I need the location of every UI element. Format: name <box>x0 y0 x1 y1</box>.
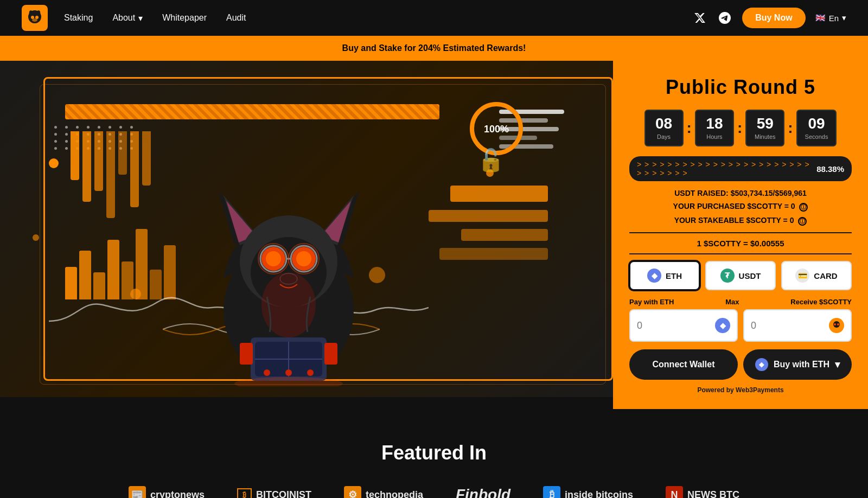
card-tab[interactable]: 💳 CARD <box>781 261 852 290</box>
svg-text:100%: 100% <box>484 124 509 135</box>
orb-decoration <box>33 234 39 241</box>
newsbtc-icon: N <box>666 486 683 498</box>
featured-section: Featured In 📰 cryptonews ₿ BITCOINIST ⚙ … <box>0 409 868 498</box>
connect-wallet-button[interactable]: Connect Wallet <box>629 349 738 380</box>
featured-technopedia: ⚙ technopedia <box>344 486 423 498</box>
language-selector[interactable]: 🇬🇧 En ▾ <box>815 13 846 23</box>
receive-label: Receive $SCOTTY <box>790 298 852 306</box>
promo-banner: Buy and Stake for 204% Estimated Rewards… <box>0 36 868 61</box>
featured-cryptonews: 📰 cryptonews <box>129 486 205 498</box>
stakeable-info-icon[interactable]: ⓘ <box>798 217 807 226</box>
presale-panel: Public Round 5 08 Days : 18 Hours : 59 M… <box>613 61 868 409</box>
countdown-hours: 18 Hours <box>695 110 734 146</box>
input-labels: Pay with ETH Max Receive $SCOTTY <box>629 298 852 306</box>
brand-logo[interactable] <box>22 5 48 31</box>
usdt-raised-row: USDT RAISED: $503,734.15/$569,961 <box>629 189 852 197</box>
progress-percentage: 88.38% <box>816 164 844 174</box>
nav-whitepaper[interactable]: Whitepaper <box>162 13 207 23</box>
scotty-input-icon <box>829 318 844 333</box>
buy-eth-button[interactable]: ◆ Buy with ETH ▾ <box>743 349 852 380</box>
inputs-row: ◆ <box>629 309 852 342</box>
purchased-row: YOUR PURCHASED $SCOTTY = 0 ⓘ <box>629 202 852 212</box>
buy-now-button[interactable]: Buy Now <box>742 8 805 28</box>
hero-section: 100% 🔓 <box>0 61 868 409</box>
featured-newsbtc: N NEWS BTC <box>666 486 739 498</box>
x-social-icon[interactable] <box>692 10 707 25</box>
featured-title: Featured In <box>22 442 846 464</box>
cryptonews-icon: 📰 <box>129 486 146 498</box>
svg-point-4 <box>31 16 34 19</box>
eth-tab[interactable]: ◆ ETH <box>629 261 700 290</box>
eth-button-icon: ◆ <box>755 358 768 371</box>
progress-bar: > > > > > > > > > > > > > > > > > > > > … <box>629 156 852 181</box>
countdown-minutes: 59 Minutes <box>745 110 784 146</box>
panel-title: Public Round 5 <box>629 76 852 99</box>
nav-about[interactable]: About ▾ <box>112 13 143 23</box>
orange-rect-4 <box>439 248 548 260</box>
usdt-tab-icon: ₮ <box>720 269 735 283</box>
nav-links: Staking About ▾ Whitepaper Audit <box>64 13 692 23</box>
powered-by: Powered by Web3Payments <box>629 386 852 394</box>
featured-logos: 📰 cryptonews ₿ BITCOINIST ⚙ technopedia … <box>22 486 846 498</box>
countdown-days: 08 Days <box>644 110 684 146</box>
stakeable-row: YOUR STAKEABLE $SCOTTY = 0 ⓘ <box>629 216 852 226</box>
featured-finbold: Finbold <box>456 486 510 498</box>
eth-tab-icon: ◆ <box>647 269 661 283</box>
currency-tabs: ◆ ETH ₮ USDT 💳 CARD <box>629 261 852 290</box>
svg-point-6 <box>32 18 37 22</box>
purchased-info-icon[interactable]: ⓘ <box>799 203 808 212</box>
lock-icon: 🔓 <box>477 148 505 173</box>
nav-right: Buy Now 🇬🇧 En ▾ <box>692 8 846 28</box>
orb-decoration <box>369 267 385 283</box>
pay-label: Pay with ETH <box>629 298 674 306</box>
action-buttons: Connect Wallet ◆ Buy with ETH ▾ <box>629 349 852 380</box>
telegram-icon[interactable] <box>717 10 732 25</box>
technopedia-icon: ⚙ <box>344 486 361 498</box>
vertical-bars <box>71 131 151 218</box>
orange-rect-2 <box>429 210 548 222</box>
insidebitcoins-icon: ₿ <box>543 486 560 498</box>
usdt-tab[interactable]: ₮ USDT <box>705 261 776 290</box>
svg-point-42 <box>834 323 836 325</box>
receive-input-field <box>743 309 852 342</box>
lang-chevron-icon: ▾ <box>842 13 846 23</box>
orb-decoration <box>49 158 59 168</box>
featured-bitcoinist: ₿ BITCOINIST <box>237 488 311 498</box>
svg-point-43 <box>837 323 839 325</box>
nav-staking[interactable]: Staking <box>64 13 93 23</box>
countdown-seconds: 09 Seconds <box>796 110 837 146</box>
countdown-timer: 08 Days : 18 Hours : 59 Minutes : 09 Sec… <box>629 110 852 146</box>
max-label[interactable]: Max <box>725 298 739 306</box>
buy-chevron-icon: ▾ <box>835 359 840 371</box>
dna-wave <box>163 316 380 343</box>
pay-input[interactable] <box>637 320 711 331</box>
navigation: Staking About ▾ Whitepaper Audit Buy Now… <box>0 0 868 36</box>
orange-rect-3 <box>461 229 548 241</box>
orange-rect-1 <box>450 186 548 202</box>
eth-input-icon: ◆ <box>715 318 730 333</box>
chevron-down-icon: ▾ <box>138 13 143 23</box>
pay-input-field: ◆ <box>629 309 738 342</box>
flag-icon: 🇬🇧 <box>815 13 826 23</box>
striped-bar <box>65 104 439 119</box>
svg-point-5 <box>35 16 39 19</box>
receive-input[interactable] <box>751 320 825 331</box>
price-row: 1 $SCOTTY = $0.00555 <box>629 232 852 254</box>
featured-insidebitcoins: ₿ inside bitcoins <box>543 486 633 498</box>
card-tab-icon: 💳 <box>795 269 809 283</box>
hero-illustration: 100% 🔓 <box>0 61 613 409</box>
nav-audit[interactable]: Audit <box>226 13 246 23</box>
